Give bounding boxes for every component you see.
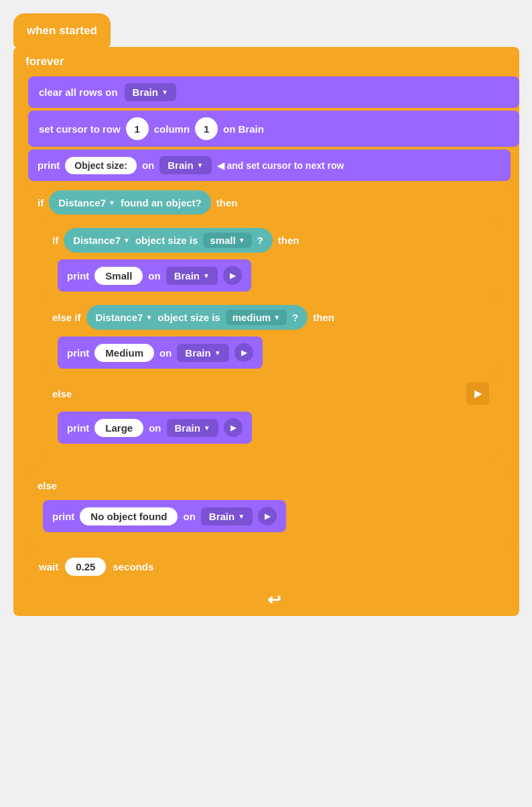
distance7-small-condition: Distance7 ▼ object size is small ▼ ?: [64, 228, 273, 253]
distance7-dropdown-2[interactable]: Distance7 ▼: [73, 235, 130, 246]
brain-dropdown-6[interactable]: Brain ▼: [201, 507, 253, 525]
print-no-object-block: print No object found on Brain ▼ ▶: [43, 500, 286, 532]
play-button-2[interactable]: ▶: [235, 343, 253, 362]
play-button-3[interactable]: ▶: [224, 418, 243, 437]
brain-dropdown-5[interactable]: Brain ▼: [167, 419, 218, 437]
clear-all-rows-label: clear all rows on: [39, 86, 118, 98]
print-large-block: print Large on Brain ▼: [58, 412, 252, 444]
small-dropdown[interactable]: small ▼: [203, 233, 251, 248]
forever-label: forever: [25, 55, 64, 68]
else-if-medium-block: else if Distance7 ▼ object size is mediu…: [43, 298, 498, 373]
no-object-pill[interactable]: No object found: [80, 507, 178, 525]
print-object-size-block: print Object size: on Brain ▼ ◀ and set …: [28, 149, 511, 181]
distance7-medium-condition: Distance7 ▼ object size is medium ▼ ?: [86, 305, 308, 330]
col-value[interactable]: 1: [195, 117, 218, 140]
brain-dropdown-4[interactable]: Brain ▼: [177, 344, 228, 362]
distance7-dropdown-1[interactable]: Distance7 ▼: [58, 197, 115, 208]
set-cursor-block: set cursor to row 1 column 1 on Brain: [28, 111, 519, 147]
forever-block: forever clear all rows on Brain ▼ set cu…: [13, 47, 519, 616]
print-medium-block: print Medium on Brain ▼: [58, 336, 263, 369]
clear-all-rows-block: clear all rows on Brain ▼: [28, 76, 519, 108]
small-pill[interactable]: Small: [94, 267, 143, 285]
play-button-1[interactable]: ▶: [223, 266, 242, 285]
object-size-pill[interactable]: Object size:: [65, 157, 137, 174]
wait-block: wait 0.25 seconds: [28, 551, 519, 582]
else-block: else ▶ print Large: [43, 375, 498, 457]
large-pill[interactable]: Large: [94, 419, 143, 437]
print-small-block: print Small on Brain ▼: [58, 259, 251, 292]
loop-icon: ↩: [267, 591, 281, 609]
add-block-button[interactable]: ▶: [466, 382, 489, 405]
if-found-object-block: if Distance7 ▼ found an object? then: [28, 184, 511, 469]
brain-dropdown-1[interactable]: Brain ▼: [125, 83, 176, 101]
medium-pill[interactable]: Medium: [94, 344, 154, 362]
play-button-4[interactable]: ▶: [258, 507, 277, 525]
loop-arrow: ↩: [28, 585, 519, 613]
row-value[interactable]: 1: [126, 117, 149, 140]
wait-value[interactable]: 0.25: [65, 558, 106, 576]
blocks-workspace: when started forever clear all rows on B…: [13, 13, 529, 616]
brain-dropdown-2[interactable]: Brain ▼: [159, 156, 211, 174]
medium-dropdown[interactable]: medium ▼: [226, 310, 287, 325]
if-small-block: if Distance7 ▼ object size is small: [43, 221, 498, 296]
distance7-dropdown-3[interactable]: Distance7 ▼: [96, 312, 153, 323]
outer-else-block: else print No object found on Brain: [28, 471, 511, 546]
when-started-label: when started: [27, 24, 97, 38]
brain-dropdown-3[interactable]: Brain ▼: [166, 267, 218, 285]
distance7-condition: Distance7 ▼ found an object?: [49, 190, 211, 214]
when-started-block: when started: [13, 13, 111, 48]
